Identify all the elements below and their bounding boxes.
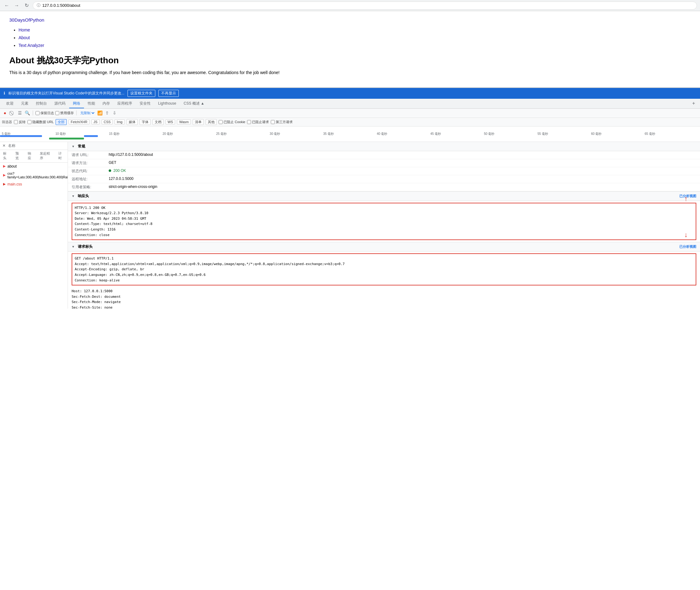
tab-elements[interactable]: 元素 bbox=[17, 98, 32, 108]
reload-button[interactable]: ↻ bbox=[23, 2, 30, 9]
general-chevron: ▼ bbox=[72, 145, 75, 148]
status-dot bbox=[109, 170, 111, 172]
file-item-about[interactable]: ▶ about bbox=[0, 163, 68, 170]
tab-css-overview[interactable]: CSS 概述 ▲ bbox=[180, 98, 208, 108]
preserve-log-checkbox[interactable] bbox=[35, 111, 39, 115]
status-label: 状态代码: bbox=[72, 169, 109, 174]
general-row-url: 请求 URL: http://127.0.0.1:5000/about bbox=[68, 151, 700, 159]
disable-cache-checkbox[interactable] bbox=[55, 111, 59, 115]
dismiss-banner-button[interactable]: 不再显示 bbox=[158, 90, 179, 97]
file-tab-preview[interactable]: 预览 bbox=[12, 150, 25, 162]
upload-icon[interactable]: ⇧ bbox=[104, 110, 110, 116]
hide-data-check[interactable]: 隐藏数据 URL bbox=[27, 120, 54, 124]
css-icon-main: ▶ bbox=[3, 182, 6, 186]
tab-security[interactable]: 安全性 bbox=[136, 98, 154, 108]
filter-wasm-button[interactable]: Wasm bbox=[177, 119, 191, 124]
tab-lighthouse[interactable]: Lighthouse bbox=[154, 98, 180, 108]
search-button[interactable]: 🔍 bbox=[24, 110, 30, 116]
throttle-select[interactable]: 无限制 bbox=[79, 111, 95, 115]
timeline-bar-3 bbox=[84, 135, 98, 137]
file-tab-initiator[interactable]: 发起程序 bbox=[37, 150, 55, 162]
resp-line-3: Date: Wed, 05 Apr 2023 04:58:31 GMT bbox=[75, 216, 693, 221]
response-headers-title: 响应头 bbox=[78, 193, 89, 199]
url-label: 请求 URL: bbox=[72, 153, 109, 158]
general-section: ▼ 常规 请求 URL: http://127.0.0.1:5000/about… bbox=[68, 142, 700, 192]
nav-link-about[interactable]: About bbox=[18, 35, 30, 40]
filter-img-button[interactable]: Img bbox=[114, 119, 124, 124]
back-button[interactable]: ← bbox=[3, 2, 10, 9]
filter-doc-button[interactable]: 文档 bbox=[153, 119, 164, 125]
general-row-referrer: 引用者策略: strict-origin-when-cross-origin bbox=[68, 183, 700, 191]
tab-welcome[interactable]: 欢迎 bbox=[2, 98, 17, 108]
resp-line-2: Server: Werkzeug/2.2.3 Python/3.8.10 bbox=[75, 210, 693, 216]
invert-checkbox[interactable] bbox=[14, 120, 18, 124]
filter-all-button[interactable]: 全部 bbox=[56, 119, 67, 125]
filter-media-button[interactable]: 媒体 bbox=[126, 119, 138, 125]
nav-link-home[interactable]: Home bbox=[18, 27, 30, 32]
preserve-log-check[interactable]: 保留日志 bbox=[35, 111, 54, 115]
response-header-box: HTTP/1.1 200 OK Server: Werkzeug/2.2.3 P… bbox=[72, 203, 696, 240]
filter-manifest-button[interactable]: 清单 bbox=[193, 119, 204, 125]
devtools-filter-row: 筛选器 反转 隐藏数据 URL 全部 Fetch/XHR JS CSS Img … bbox=[0, 118, 700, 126]
method-label: 请求方法: bbox=[72, 161, 109, 166]
blocked-requests-check[interactable]: 已阻止请求 bbox=[247, 120, 269, 124]
tab-network[interactable]: 网络 bbox=[69, 98, 84, 108]
toolbar-sep2 bbox=[76, 110, 77, 115]
filter-button[interactable]: ☰ bbox=[17, 110, 23, 116]
blocked-cookies-check[interactable]: 已阻止 Cookie bbox=[218, 120, 245, 124]
response-analyzed-link[interactable]: 已分析视图 bbox=[679, 194, 696, 198]
site-title: 30DaysOfPython bbox=[9, 17, 691, 22]
tab-console[interactable]: 控制台 bbox=[32, 98, 51, 108]
tab-memory[interactable]: 内存 bbox=[99, 98, 114, 108]
resp-line-4: Content-Type: text/html; charset=utf-8 bbox=[75, 221, 693, 227]
resp-line-5: Content-Length: 1316 bbox=[75, 227, 693, 232]
filter-js-button[interactable]: JS bbox=[91, 119, 100, 124]
set-root-folder-button[interactable]: 设置根文件夹 bbox=[127, 90, 155, 97]
request-analyzed-link[interactable]: 已分析视图 bbox=[679, 244, 696, 249]
info-icon: ℹ bbox=[4, 91, 5, 95]
third-party-checkbox[interactable] bbox=[271, 120, 275, 124]
request-headers-header[interactable]: ▼ 请求标头 已分析视图 bbox=[68, 242, 700, 252]
url-text: 127.0.0.1:5000/about bbox=[42, 3, 80, 8]
tab-performance[interactable]: 性能 bbox=[84, 98, 99, 108]
response-chevron: ▼ bbox=[72, 194, 75, 198]
blocked-requests-checkbox[interactable] bbox=[247, 120, 251, 124]
tab-application[interactable]: 应用程序 bbox=[114, 98, 136, 108]
close-icon[interactable]: ✕ bbox=[2, 143, 6, 148]
filter-fetch-button[interactable]: Fetch/XHR bbox=[69, 119, 90, 124]
forward-button[interactable]: → bbox=[13, 2, 20, 9]
general-section-header[interactable]: ▼ 常规 bbox=[68, 142, 700, 151]
tab-source[interactable]: 源代码 bbox=[51, 98, 69, 108]
nav-item-text-analyzer: Text Analyzer bbox=[18, 42, 691, 50]
request-chevron: ▼ bbox=[72, 245, 75, 249]
file-tab-headers[interactable]: 标头 bbox=[0, 150, 12, 162]
devtools-panel: ℹ 标识项目的根文件夹以打开Visual Studio Code中的源文件并同步… bbox=[0, 87, 700, 309]
red-arrow-up: ↑ bbox=[684, 195, 688, 203]
disable-cache-check[interactable]: 禁用缓存 bbox=[55, 111, 74, 115]
add-tab-button[interactable]: + bbox=[690, 101, 698, 106]
file-tab-timing[interactable]: 计时 bbox=[55, 150, 68, 162]
download-icon[interactable]: ⇩ bbox=[111, 110, 118, 116]
filter-ws-button[interactable]: WS bbox=[166, 119, 175, 124]
url-bar[interactable]: ⓘ 127.0.0.1:5000/about bbox=[33, 2, 697, 10]
record-button[interactable]: ● bbox=[2, 110, 8, 116]
file-item-main-css[interactable]: ▶ main.css bbox=[0, 181, 68, 188]
wifi-icon[interactable]: 📶 bbox=[97, 110, 103, 116]
filter-css-button[interactable]: CSS bbox=[102, 119, 113, 124]
referrer-value: strict-origin-when-cross-origin bbox=[109, 185, 696, 190]
clear-button[interactable]: ⃠ bbox=[9, 110, 15, 116]
filter-other-button[interactable]: 其他 bbox=[206, 119, 217, 125]
filter-font-button[interactable]: 字体 bbox=[140, 119, 151, 125]
file-item-css-google[interactable]: ▶ css?family=Lato:300,400|Nunito:300,400… bbox=[0, 170, 68, 181]
file-close-row: ✕ 名称 bbox=[0, 142, 68, 150]
blocked-cookies-checkbox[interactable] bbox=[218, 120, 223, 124]
file-tab-response[interactable]: 响应 bbox=[25, 150, 37, 162]
response-headers-header[interactable]: ▼ 响应头 已分析视图 bbox=[68, 192, 700, 201]
invert-check[interactable]: 反转 bbox=[14, 120, 26, 124]
third-party-check[interactable]: 第三方请求 bbox=[271, 120, 293, 124]
site-title-link[interactable]: 30DaysOfPython bbox=[9, 17, 44, 22]
req-n-line-3: Sec-Fetch-Mode: navigate bbox=[72, 299, 696, 305]
hide-data-checkbox[interactable] bbox=[27, 120, 31, 124]
nav-link-text-analyzer[interactable]: Text Analyzer bbox=[18, 43, 44, 48]
response-headers-section: ▼ 响应头 已分析视图 ↑ ↓ HTTP/1.1 200 OK Server: … bbox=[68, 192, 700, 242]
